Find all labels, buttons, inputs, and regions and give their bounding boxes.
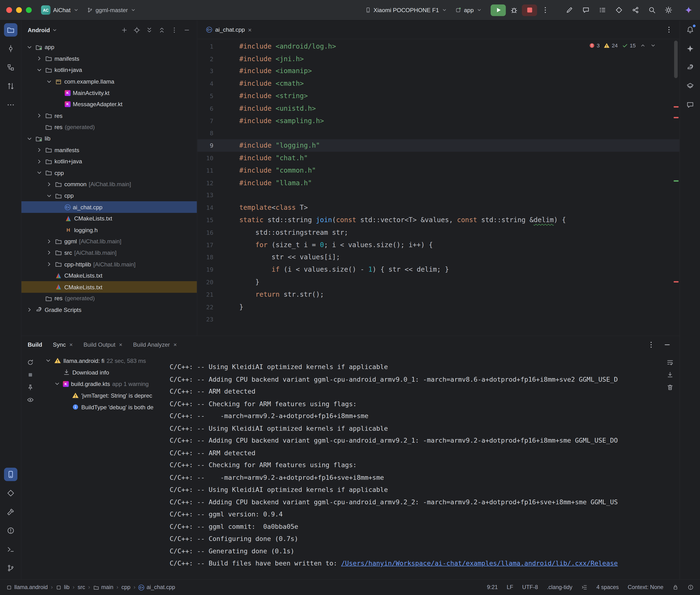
- project-selector[interactable]: AC AiChat: [38, 4, 82, 16]
- tree-expand-icon[interactable]: [36, 55, 43, 62]
- breadcrumb-main[interactable]: main: [93, 584, 113, 591]
- line-number[interactable]: 2: [197, 55, 213, 62]
- tree-collapse-icon[interactable]: [46, 192, 53, 199]
- line-number[interactable]: 17: [197, 241, 213, 248]
- code-line-11[interactable]: 11#include "common.h": [197, 164, 679, 177]
- tree-collapse-icon[interactable]: [45, 357, 52, 364]
- tree-expand-icon[interactable]: [46, 249, 53, 256]
- rerun-button[interactable]: [25, 357, 36, 368]
- line-number[interactable]: 20: [197, 279, 213, 286]
- status-readonly-lock[interactable]: [672, 584, 678, 591]
- close-tab-icon[interactable]: ×: [69, 341, 73, 348]
- breadcrumb-llama-android[interactable]: llama.android: [6, 584, 48, 591]
- add-button[interactable]: [119, 24, 130, 35]
- breadcrumb-lib[interactable]: lib: [56, 584, 69, 591]
- code-text[interactable]: str << values[i];: [240, 253, 340, 261]
- code-text[interactable]: #include <cmath>: [240, 80, 304, 88]
- code-text[interactable]: #include "logging.h": [240, 142, 320, 150]
- status-indent-size[interactable]: 4 spaces: [596, 584, 619, 591]
- code-text[interactable]: }: [240, 278, 260, 286]
- tree-item-gradle-scripts[interactable]: Gradle Scripts: [22, 304, 197, 316]
- tree-expand-icon[interactable]: [46, 181, 53, 188]
- tree-item-buildtype-debug-is-both-de[interactable]: BuildType 'debug' is both de: [45, 401, 170, 413]
- line-number[interactable]: 23: [197, 316, 213, 323]
- code-line-18[interactable]: 18 str << values[i];: [197, 251, 679, 263]
- tree-expand-icon[interactable]: [36, 158, 43, 165]
- version-control-tool-button[interactable]: [4, 561, 17, 575]
- code-line-22[interactable]: 22}: [197, 301, 679, 313]
- status-event-notification[interactable]: [688, 584, 694, 591]
- code-text[interactable]: for (size_t i = 0; i < values.size(); i+…: [240, 241, 433, 249]
- commit-tool-button[interactable]: [4, 42, 17, 55]
- zoom-window-button[interactable]: [26, 7, 32, 13]
- error-stripe-mark[interactable]: [674, 117, 678, 118]
- ai-edit-button[interactable]: [563, 4, 576, 16]
- status-clang-tidy[interactable]: .clang-tidy: [547, 584, 572, 591]
- close-tab-icon[interactable]: ×: [248, 27, 252, 33]
- line-number[interactable]: 6: [197, 105, 213, 112]
- tree-item-res[interactable]: res: [22, 110, 197, 121]
- tree-item-cpp-httplib[interactable]: cpp-httplib [AiChat.lib.main]: [22, 259, 197, 270]
- tree-item-res[interactable]: res (generated): [22, 293, 197, 304]
- editor-tab-ai-chat-cpp[interactable]: C+ ai_chat.cpp ×: [202, 21, 256, 39]
- tree-item-cmakelists-txt[interactable]: CMakeLists.txt: [22, 270, 197, 281]
- code-line-20[interactable]: 20 }: [197, 276, 679, 288]
- tree-item-common[interactable]: common [AiChat.lib.main]: [22, 178, 197, 190]
- error-stripe-mark[interactable]: [674, 106, 678, 108]
- code-line-15[interactable]: 15static std::string join(const std::vec…: [197, 214, 679, 226]
- ai-chat-button[interactable]: [580, 4, 592, 16]
- line-number[interactable]: 18: [197, 254, 213, 261]
- more-tool-windows-tool-button[interactable]: [4, 98, 17, 111]
- problems-tool-button[interactable]: [4, 524, 17, 537]
- breadcrumb-cpp[interactable]: cpp: [121, 584, 131, 591]
- tree-item-lib[interactable]: lib: [22, 133, 197, 144]
- code-line-23[interactable]: 23: [197, 313, 679, 325]
- show-inspections-button[interactable]: [25, 394, 36, 406]
- tree-item-kotlin-java[interactable]: kotlin+java: [22, 156, 197, 167]
- tree-item-com-example-llama[interactable]: com.example.llama: [22, 76, 197, 87]
- expand-all-button[interactable]: [144, 24, 155, 35]
- previous-problem-button[interactable]: [640, 42, 646, 49]
- warnings-indicator[interactable]: 24: [604, 42, 618, 49]
- code-line-17[interactable]: 17 for (size_t i = 0; i < values.size();…: [197, 238, 679, 251]
- code-text[interactable]: #include <sampling.h>: [240, 117, 324, 125]
- terminal-tool-button[interactable]: [4, 543, 17, 556]
- line-number[interactable]: 22: [197, 303, 213, 310]
- close-tab-icon[interactable]: ×: [173, 341, 177, 348]
- project-tool-button[interactable]: [4, 23, 17, 36]
- tree-item-mainactivity-kt[interactable]: KMainActivity.kt: [22, 87, 197, 98]
- tree-item-cmakelists-txt[interactable]: CMakeLists.txt: [22, 213, 197, 224]
- line-number[interactable]: 1: [197, 43, 213, 50]
- console-file-link[interactable]: /Users/hanyin/Workspace/ai-chat/examples…: [341, 560, 618, 567]
- error-stripe-mark[interactable]: [674, 281, 678, 283]
- run-button[interactable]: [491, 4, 506, 16]
- pull-requests-tool-button[interactable]: [4, 80, 17, 93]
- pin-button[interactable]: [25, 382, 36, 393]
- code-text[interactable]: #include "common.h": [240, 166, 316, 174]
- stop-button[interactable]: [522, 4, 537, 16]
- line-number[interactable]: 15: [197, 217, 213, 224]
- code-text[interactable]: #include <iomanip>: [240, 67, 312, 75]
- line-number[interactable]: 19: [197, 266, 213, 273]
- stop-button[interactable]: [25, 369, 36, 381]
- tree-item-jvmtarget-string-is-deprec[interactable]: 'jvmTarget: String' is deprec: [45, 390, 170, 401]
- share-button[interactable]: [629, 4, 641, 16]
- line-number[interactable]: 10: [197, 154, 213, 162]
- code-line-19[interactable]: 19 if (i < values.size() - 1) { str << d…: [197, 263, 679, 276]
- tree-item-kotlin-java[interactable]: kotlin+java: [22, 64, 197, 76]
- build-tab-build-analyzer[interactable]: Build Analyzer×: [133, 341, 177, 348]
- tree-item-ai-chat-cpp[interactable]: C+ai_chat.cpp: [22, 201, 197, 213]
- tree-item-cpp[interactable]: cpp: [22, 190, 197, 201]
- tree-expand-icon[interactable]: [26, 306, 33, 314]
- status-indent-icon[interactable]: [581, 584, 588, 591]
- tree-collapse-icon[interactable]: [26, 44, 33, 51]
- next-problem-button[interactable]: [650, 42, 656, 49]
- code-line-9[interactable]: 9#include "logging.h": [197, 140, 679, 152]
- tree-item-messageadapter-kt[interactable]: KMessageAdapter.kt: [22, 98, 197, 110]
- close-tab-icon[interactable]: ×: [119, 341, 122, 348]
- code-text[interactable]: #include <android/log.h>: [240, 42, 336, 51]
- tree-item-logging-h[interactable]: Hlogging.h: [22, 224, 197, 236]
- code-line-16[interactable]: 16 std::ostringstream str;: [197, 226, 679, 238]
- tree-item-manifests[interactable]: manifests: [22, 144, 197, 156]
- search-everywhere-button[interactable]: [645, 4, 658, 16]
